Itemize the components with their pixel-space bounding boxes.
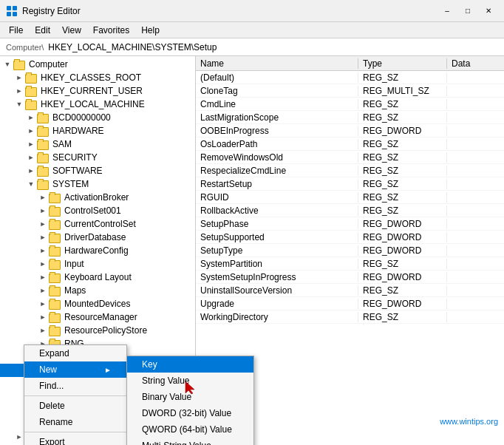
tree-item-computer[interactable]: ▼ Computer <box>0 58 195 71</box>
cell-type: REG_SZ <box>358 139 447 149</box>
expand-icon-driverdatabase: ► <box>37 231 49 243</box>
context-menu-export[interactable]: Export <box>24 434 126 445</box>
context-menu-find[interactable]: Find... <box>24 378 126 394</box>
table-row[interactable]: OsLoaderPath REG_SZ <box>196 137 504 151</box>
tree-label-controlset001: ControlSet001 <box>64 205 121 216</box>
cell-name: RestartSetup <box>196 179 358 189</box>
table-row[interactable]: RGUID REG_SZ <box>196 191 504 204</box>
cell-type: REG_MULTI_SZ <box>358 86 447 96</box>
expand-icon-hardwareconfig: ► <box>37 245 49 257</box>
submenu-item-key[interactable]: Key <box>127 356 253 373</box>
folder-icon-driverdatabase <box>49 232 61 242</box>
folder-icon-hardware <box>37 126 49 136</box>
tree-label-keyboardlayout: Keyboard Layout <box>64 272 132 282</box>
table-row[interactable]: SetupSupported REG_DWORD <box>196 231 504 244</box>
menu-bar: File Edit View Favorites Help <box>0 22 504 38</box>
table-row[interactable]: UninstallSourceVersion REG_SZ <box>196 284 504 297</box>
table-row[interactable]: CloneTag REG_MULTI_SZ <box>196 84 504 98</box>
tree-item-currentcontrolset[interactable]: ► CurrentControlSet <box>0 217 195 231</box>
cell-name: RemoveWindowsOld <box>196 152 358 163</box>
tree-item-maps[interactable]: ► Maps <box>0 284 195 297</box>
minimize-button[interactable]: – <box>437 3 457 19</box>
cell-type: REG_SZ <box>358 192 447 203</box>
menu-help[interactable]: Help <box>135 24 166 37</box>
cell-name: SystemSetupInProgress <box>196 272 358 282</box>
tree-item-system[interactable]: ▼ SYSTEM <box>0 177 195 191</box>
cell-name: UninstallSourceVersion <box>196 285 358 296</box>
menu-view[interactable]: View <box>56 24 87 37</box>
tree-item-classes-root[interactable]: ► HKEY_CLASSES_ROOT <box>0 71 195 84</box>
menu-edit[interactable]: Edit <box>29 24 56 37</box>
table-row[interactable]: LastMigrationScope REG_SZ <box>196 111 504 124</box>
menu-favorites[interactable]: Favorites <box>87 24 135 37</box>
table-row[interactable]: WorkingDirectory REG_SZ <box>196 310 504 324</box>
context-menu-rename[interactable]: Rename <box>24 414 126 430</box>
expand-icon-software: ► <box>25 165 37 177</box>
table-row[interactable]: OOBEInProgress REG_DWORD <box>196 124 504 137</box>
tree-label-mounteddevices: MountedDevices <box>64 299 130 309</box>
folder-icon-sam <box>37 139 49 149</box>
cell-type: REG_SZ <box>358 72 447 83</box>
svg-rect-3 <box>13 12 17 16</box>
context-menu-expand[interactable]: Expand <box>24 345 126 361</box>
close-button[interactable]: ✕ <box>479 3 498 19</box>
tree-label-security: SECURITY <box>52 152 98 163</box>
table-row[interactable]: RollbackActive REG_SZ <box>196 204 504 217</box>
tree-label-computer: Computer <box>29 59 68 69</box>
context-menu-delete[interactable]: Delete <box>24 398 126 414</box>
submenu-item-multi-string-value[interactable]: Multi-String Value <box>127 438 253 445</box>
table-row[interactable]: CmdLine REG_SZ <box>196 98 504 111</box>
table-row[interactable]: (Default) REG_SZ <box>196 71 504 84</box>
table-row[interactable]: SystemSetupInProgress REG_DWORD <box>196 271 504 284</box>
tree-item-hardwareconfig[interactable]: ► HardwareConfig <box>0 244 195 257</box>
tree-item-driverdatabase[interactable]: ► DriverDatabase <box>0 231 195 244</box>
tree-item-activationbroker[interactable]: ► ActivationBroker <box>0 191 195 204</box>
tree-item-keyboardlayout[interactable]: ► Keyboard Layout <box>0 271 195 284</box>
tree-item-resourcepolicystore[interactable]: ► ResourcePolicyStore <box>0 324 195 337</box>
cell-type: REG_SZ <box>358 179 447 189</box>
table-row[interactable]: RemoveWindowsOld REG_SZ <box>196 151 504 164</box>
tree-item-mounteddevices[interactable]: ► MountedDevices <box>0 297 195 310</box>
table-row[interactable]: Upgrade REG_DWORD <box>196 297 504 310</box>
cell-type: REG_DWORD <box>358 219 447 229</box>
maximize-button[interactable]: □ <box>458 3 477 19</box>
tree-item-controlset001[interactable]: ► ControlSet001 <box>0 204 195 217</box>
table-row[interactable]: RestartSetup REG_SZ <box>196 177 504 191</box>
cell-name: (Default) <box>196 72 358 83</box>
table-row[interactable]: SetupType REG_DWORD <box>196 244 504 257</box>
folder-icon-bcd <box>37 112 49 123</box>
watermark: www.wintips.org <box>440 417 498 426</box>
main-area: ▼ Computer ► HKEY_CLASSES_ROOT ► HKEY_CU… <box>0 56 504 445</box>
tree-label-bcd: BCD00000000 <box>52 112 111 123</box>
table-body: (Default) REG_SZ CloneTag REG_MULTI_SZ C… <box>196 71 504 324</box>
address-label: Computer\ <box>6 43 44 52</box>
tree-item-software[interactable]: ► SOFTWARE <box>0 164 195 177</box>
tree-item-hardware[interactable]: ► HARDWARE <box>0 124 195 137</box>
table-row[interactable]: SetupPhase REG_DWORD <box>196 217 504 231</box>
table-row[interactable]: RespecializeCmdLine REG_SZ <box>196 164 504 177</box>
cell-type: REG_DWORD <box>358 299 447 309</box>
context-menu-new[interactable]: New ► <box>24 361 126 378</box>
column-name: Name <box>196 58 358 69</box>
tree-label-hardwareconfig: HardwareConfig <box>64 245 129 256</box>
tree-item-current-user[interactable]: ► HKEY_CURRENT_USER <box>0 84 195 98</box>
cell-type: REG_SZ <box>358 205 447 216</box>
tree-item-bcd[interactable]: ► BCD00000000 <box>0 111 195 124</box>
tree-item-sam[interactable]: ► SAM <box>0 137 195 151</box>
table-row[interactable]: SystemPartition REG_SZ <box>196 257 504 271</box>
cell-type: REG_DWORD <box>358 245 447 256</box>
tree-item-resourcemanager[interactable]: ► ResourceManager <box>0 310 195 324</box>
menu-file[interactable]: File <box>3 24 29 37</box>
submenu-item-dword-value[interactable]: DWORD (32-bit) Value <box>127 405 253 421</box>
tree-item-local-machine[interactable]: ▼ HKEY_LOCAL_MACHINE <box>0 98 195 111</box>
context-menu-sep1 <box>24 395 126 396</box>
cell-type: REG_SZ <box>358 312 447 322</box>
tree-item-security[interactable]: ► SECURITY <box>0 151 195 164</box>
tree-label-resourcemanager: ResourceManager <box>64 312 137 322</box>
submenu: Key String Value Binary Value DWORD (32-… <box>126 356 254 445</box>
tree-item-input[interactable]: ► Input <box>0 257 195 271</box>
submenu-item-qword-value[interactable]: QWORD (64-bit) Value <box>127 421 253 438</box>
folder-icon-resourcemanager <box>49 312 61 322</box>
expand-icon-classes-root: ► <box>13 72 25 84</box>
cell-name: RespecializeCmdLine <box>196 166 358 176</box>
